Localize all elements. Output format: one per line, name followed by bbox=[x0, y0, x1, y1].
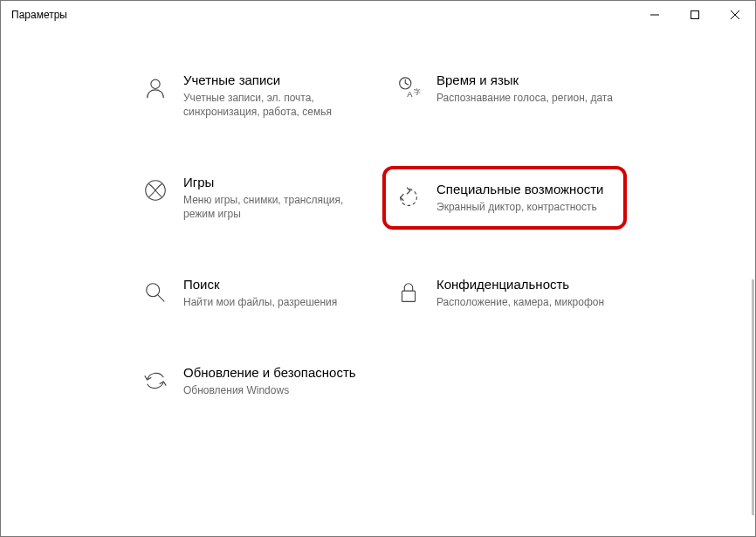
svg-point-4 bbox=[151, 79, 160, 88]
tile-gaming[interactable]: Игры Меню игры, снимки, трансляция, режи… bbox=[129, 166, 374, 230]
tile-desc: Меню игры, снимки, трансляция, режим игр… bbox=[183, 193, 361, 221]
tile-accounts[interactable]: Учетные записи Учетные записи, эл. почта… bbox=[129, 64, 374, 127]
xbox-icon bbox=[141, 176, 169, 204]
tile-title: Игры bbox=[183, 175, 361, 191]
tile-text: Учетные записи Учетные записи, эл. почта… bbox=[183, 72, 361, 119]
tile-title: Обновление и безопасность bbox=[183, 365, 356, 382]
svg-text:A: A bbox=[407, 90, 413, 99]
tile-text: Обновление и безопасность Обновления Win… bbox=[183, 365, 356, 397]
time-language-icon: A字 bbox=[395, 74, 423, 102]
tile-text: Специальные возможности Экранный диктор,… bbox=[436, 182, 604, 214]
svg-point-9 bbox=[147, 284, 160, 297]
tile-title: Время и язык bbox=[436, 72, 613, 89]
lock-icon bbox=[395, 279, 423, 306]
tile-time-language[interactable]: A字 Время и язык Распознавание голоса, ре… bbox=[382, 64, 627, 127]
accessibility-icon bbox=[395, 183, 423, 211]
minimize-icon bbox=[650, 10, 659, 19]
tile-desc: Обновления Windows bbox=[183, 383, 356, 397]
svg-rect-11 bbox=[402, 291, 416, 301]
svg-line-10 bbox=[158, 295, 165, 302]
minimize-button[interactable] bbox=[635, 1, 675, 29]
window-title: Параметры bbox=[11, 9, 67, 21]
tile-text: Время и язык Распознавание голоса, регио… bbox=[436, 72, 613, 105]
tile-title: Учетные записи bbox=[183, 72, 361, 89]
tile-title: Поиск bbox=[183, 277, 337, 293]
close-button[interactable] bbox=[715, 1, 755, 29]
tile-title: Конфиденциальность bbox=[436, 277, 604, 293]
close-icon bbox=[731, 10, 739, 19]
scrollbar[interactable] bbox=[752, 279, 754, 515]
settings-content: Учетные записи Учетные записи, эл. почта… bbox=[1, 29, 755, 406]
person-icon bbox=[141, 74, 169, 102]
svg-rect-1 bbox=[691, 11, 699, 19]
tile-desc: Учетные записи, эл. почта, синхронизация… bbox=[183, 91, 361, 119]
tile-desc: Экранный диктор, контрастность bbox=[436, 200, 604, 214]
tile-desc: Распознавание голоса, регион, дата bbox=[436, 91, 613, 105]
search-icon bbox=[141, 279, 169, 306]
tile-privacy[interactable]: Конфиденциальность Расположение, камера,… bbox=[382, 268, 627, 318]
tile-title: Специальные возможности bbox=[436, 182, 604, 198]
maximize-button[interactable] bbox=[675, 1, 715, 29]
tile-desc: Расположение, камера, микрофон bbox=[436, 295, 604, 309]
svg-text:字: 字 bbox=[414, 88, 421, 96]
maximize-icon bbox=[691, 10, 699, 19]
tile-text: Поиск Найти мои файлы, разрешения bbox=[183, 277, 337, 309]
tile-text: Конфиденциальность Расположение, камера,… bbox=[436, 277, 604, 309]
tile-text: Игры Меню игры, снимки, трансляция, режи… bbox=[183, 175, 361, 221]
settings-grid: Учетные записи Учетные записи, эл. почта… bbox=[129, 64, 627, 406]
titlebar: Параметры bbox=[1, 1, 755, 29]
sync-icon bbox=[141, 367, 169, 395]
tile-search[interactable]: Поиск Найти мои файлы, разрешения bbox=[129, 268, 374, 318]
tile-ease-of-access[interactable]: Специальные возможности Экранный диктор,… bbox=[382, 166, 627, 230]
window-controls bbox=[635, 1, 755, 29]
tile-update-security[interactable]: Обновление и безопасность Обновления Win… bbox=[129, 356, 374, 406]
tile-desc: Найти мои файлы, разрешения bbox=[183, 295, 337, 309]
